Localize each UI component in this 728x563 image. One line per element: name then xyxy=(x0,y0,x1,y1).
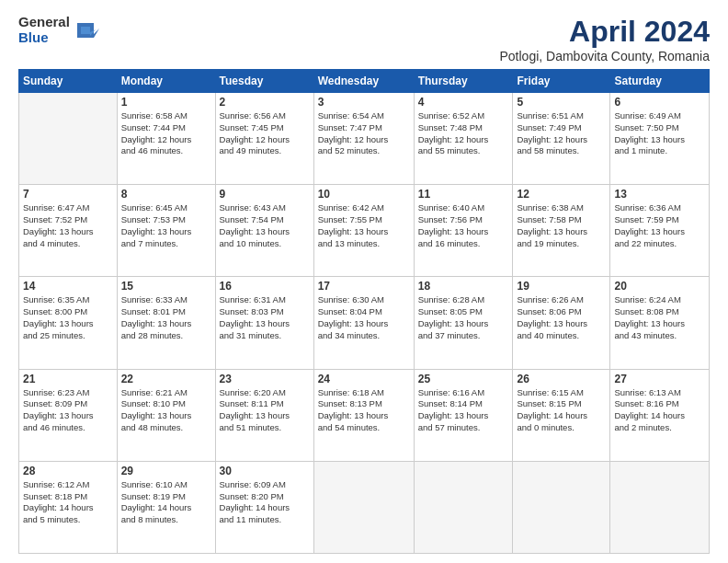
header-wednesday: Wednesday xyxy=(313,70,414,93)
day-info: Sunrise: 6:40 AM Sunset: 7:56 PM Dayligh… xyxy=(418,202,509,249)
day-number: 12 xyxy=(517,188,606,201)
day-info: Sunrise: 6:52 AM Sunset: 7:48 PM Dayligh… xyxy=(418,110,509,157)
day-number: 29 xyxy=(121,465,211,477)
table-row: 23Sunrise: 6:20 AM Sunset: 8:11 PM Dayli… xyxy=(215,369,313,461)
table-row: 12Sunrise: 6:38 AM Sunset: 7:58 PM Dayli… xyxy=(513,185,610,277)
day-number: 2 xyxy=(220,96,310,109)
day-info: Sunrise: 6:56 AM Sunset: 7:45 PM Dayligh… xyxy=(220,110,310,157)
day-number: 23 xyxy=(220,373,310,385)
table-row: 25Sunrise: 6:16 AM Sunset: 8:14 PM Dayli… xyxy=(414,369,513,461)
table-row: 4Sunrise: 6:52 AM Sunset: 7:48 PM Daylig… xyxy=(414,93,513,185)
calendar-week-row: 21Sunrise: 6:23 AM Sunset: 8:09 PM Dayli… xyxy=(19,369,710,461)
day-number: 7 xyxy=(23,188,113,201)
table-row: 28Sunrise: 6:12 AM Sunset: 8:18 PM Dayli… xyxy=(19,461,118,553)
location: Potlogi, Dambovita County, Romania xyxy=(499,49,710,63)
day-number: 16 xyxy=(220,280,310,293)
table-row: 10Sunrise: 6:42 AM Sunset: 7:55 PM Dayli… xyxy=(313,185,414,277)
table-row: 30Sunrise: 6:09 AM Sunset: 8:20 PM Dayli… xyxy=(215,461,313,553)
table-row xyxy=(414,461,513,553)
logo-text: General Blue xyxy=(18,15,70,45)
day-info: Sunrise: 6:24 AM Sunset: 8:08 PM Dayligh… xyxy=(614,294,705,341)
day-number: 17 xyxy=(318,280,410,293)
day-info: Sunrise: 6:36 AM Sunset: 7:59 PM Dayligh… xyxy=(614,202,705,249)
table-row: 5Sunrise: 6:51 AM Sunset: 7:49 PM Daylig… xyxy=(513,93,610,185)
day-number: 21 xyxy=(23,373,113,385)
table-row: 21Sunrise: 6:23 AM Sunset: 8:09 PM Dayli… xyxy=(19,369,118,461)
logo-icon xyxy=(74,17,99,43)
day-info: Sunrise: 6:23 AM Sunset: 8:09 PM Dayligh… xyxy=(23,387,113,434)
calendar-week-row: 1Sunrise: 6:58 AM Sunset: 7:44 PM Daylig… xyxy=(19,93,710,185)
logo-blue: Blue xyxy=(18,30,70,46)
calendar-week-row: 14Sunrise: 6:35 AM Sunset: 8:00 PM Dayli… xyxy=(19,277,710,369)
day-number: 15 xyxy=(121,280,211,293)
day-info: Sunrise: 6:35 AM Sunset: 8:00 PM Dayligh… xyxy=(23,294,113,341)
day-number: 22 xyxy=(121,373,211,385)
calendar-week-row: 7Sunrise: 6:47 AM Sunset: 7:52 PM Daylig… xyxy=(19,185,710,277)
day-number: 10 xyxy=(318,188,410,201)
day-number: 25 xyxy=(418,373,509,385)
day-info: Sunrise: 6:38 AM Sunset: 7:58 PM Dayligh… xyxy=(517,202,606,249)
day-number: 1 xyxy=(121,96,211,109)
day-info: Sunrise: 6:58 AM Sunset: 7:44 PM Dayligh… xyxy=(121,110,211,157)
table-row xyxy=(513,461,610,553)
day-info: Sunrise: 6:31 AM Sunset: 8:03 PM Dayligh… xyxy=(220,294,310,341)
table-row: 16Sunrise: 6:31 AM Sunset: 8:03 PM Dayli… xyxy=(215,277,313,369)
day-number: 18 xyxy=(418,280,509,293)
day-info: Sunrise: 6:28 AM Sunset: 8:05 PM Dayligh… xyxy=(418,294,509,341)
table-row: 9Sunrise: 6:43 AM Sunset: 7:54 PM Daylig… xyxy=(215,185,313,277)
table-row: 29Sunrise: 6:10 AM Sunset: 8:19 PM Dayli… xyxy=(117,461,215,553)
page: General Blue April 2024 Potlogi, Dambovi… xyxy=(0,0,728,563)
day-number: 20 xyxy=(614,280,705,293)
day-number: 27 xyxy=(614,373,705,385)
table-row xyxy=(19,93,118,185)
day-info: Sunrise: 6:21 AM Sunset: 8:10 PM Dayligh… xyxy=(121,387,211,434)
header-monday: Monday xyxy=(117,70,215,93)
calendar-week-row: 28Sunrise: 6:12 AM Sunset: 8:18 PM Dayli… xyxy=(19,461,710,553)
day-info: Sunrise: 6:15 AM Sunset: 8:15 PM Dayligh… xyxy=(517,387,606,434)
day-number: 5 xyxy=(517,96,606,109)
table-row: 26Sunrise: 6:15 AM Sunset: 8:15 PM Dayli… xyxy=(513,369,610,461)
table-row: 17Sunrise: 6:30 AM Sunset: 8:04 PM Dayli… xyxy=(313,277,414,369)
header-saturday: Saturday xyxy=(610,70,710,93)
day-number: 8 xyxy=(121,188,211,201)
table-row: 8Sunrise: 6:45 AM Sunset: 7:53 PM Daylig… xyxy=(117,185,215,277)
logo: General Blue xyxy=(18,15,99,45)
day-info: Sunrise: 6:33 AM Sunset: 8:01 PM Dayligh… xyxy=(121,294,211,341)
day-info: Sunrise: 6:18 AM Sunset: 8:13 PM Dayligh… xyxy=(318,387,410,434)
day-info: Sunrise: 6:16 AM Sunset: 8:14 PM Dayligh… xyxy=(418,387,509,434)
header-sunday: Sunday xyxy=(19,70,118,93)
table-row: 2Sunrise: 6:56 AM Sunset: 7:45 PM Daylig… xyxy=(215,93,313,185)
table-row xyxy=(610,461,710,553)
weekday-header-row: Sunday Monday Tuesday Wednesday Thursday… xyxy=(19,70,710,93)
day-number: 24 xyxy=(318,373,410,385)
table-row: 20Sunrise: 6:24 AM Sunset: 8:08 PM Dayli… xyxy=(610,277,710,369)
title-block: April 2024 Potlogi, Dambovita County, Ro… xyxy=(499,15,710,63)
day-info: Sunrise: 6:43 AM Sunset: 7:54 PM Dayligh… xyxy=(220,202,310,249)
header-thursday: Thursday xyxy=(414,70,513,93)
table-row xyxy=(313,461,414,553)
header: General Blue April 2024 Potlogi, Dambovi… xyxy=(18,15,710,63)
table-row: 19Sunrise: 6:26 AM Sunset: 8:06 PM Dayli… xyxy=(513,277,610,369)
table-row: 6Sunrise: 6:49 AM Sunset: 7:50 PM Daylig… xyxy=(610,93,710,185)
day-info: Sunrise: 6:42 AM Sunset: 7:55 PM Dayligh… xyxy=(318,202,410,249)
day-number: 26 xyxy=(517,373,606,385)
header-tuesday: Tuesday xyxy=(215,70,313,93)
table-row: 7Sunrise: 6:47 AM Sunset: 7:52 PM Daylig… xyxy=(19,185,118,277)
day-info: Sunrise: 6:10 AM Sunset: 8:19 PM Dayligh… xyxy=(121,479,211,526)
logo-general: General xyxy=(18,15,70,30)
table-row: 1Sunrise: 6:58 AM Sunset: 7:44 PM Daylig… xyxy=(117,93,215,185)
day-info: Sunrise: 6:12 AM Sunset: 8:18 PM Dayligh… xyxy=(23,479,113,526)
day-number: 9 xyxy=(220,188,310,201)
day-info: Sunrise: 6:54 AM Sunset: 7:47 PM Dayligh… xyxy=(318,110,410,157)
day-info: Sunrise: 6:26 AM Sunset: 8:06 PM Dayligh… xyxy=(517,294,606,341)
day-number: 19 xyxy=(517,280,606,293)
day-info: Sunrise: 6:30 AM Sunset: 8:04 PM Dayligh… xyxy=(318,294,410,341)
day-info: Sunrise: 6:49 AM Sunset: 7:50 PM Dayligh… xyxy=(614,110,705,157)
table-row: 27Sunrise: 6:13 AM Sunset: 8:16 PM Dayli… xyxy=(610,369,710,461)
table-row: 14Sunrise: 6:35 AM Sunset: 8:00 PM Dayli… xyxy=(19,277,118,369)
day-info: Sunrise: 6:13 AM Sunset: 8:16 PM Dayligh… xyxy=(614,387,705,434)
header-friday: Friday xyxy=(513,70,610,93)
day-number: 14 xyxy=(23,280,113,293)
day-number: 11 xyxy=(418,188,509,201)
day-info: Sunrise: 6:45 AM Sunset: 7:53 PM Dayligh… xyxy=(121,202,211,249)
